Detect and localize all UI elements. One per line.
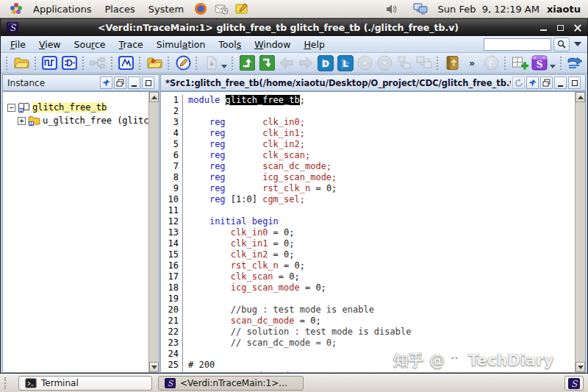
up-scope-button[interactable] bbox=[356, 54, 374, 72]
code-line[interactable]: 6 reg clk_scan; bbox=[161, 150, 575, 161]
bookmark-button[interactable] bbox=[443, 54, 462, 72]
scroll-up-icon[interactable] bbox=[149, 92, 159, 102]
volume-icon[interactable] bbox=[384, 1, 401, 17]
menu-help[interactable]: Help bbox=[297, 38, 331, 51]
minimize-panel-button[interactable] bbox=[128, 76, 140, 89]
float-panel-icon[interactable] bbox=[114, 76, 126, 89]
down-scope-button[interactable] bbox=[376, 54, 394, 72]
code-line[interactable]: 5 reg clk_in2; bbox=[161, 139, 575, 150]
import-design-button[interactable] bbox=[146, 54, 164, 72]
search-input[interactable] bbox=[484, 38, 551, 51]
tree-expander[interactable]: − bbox=[7, 104, 15, 112]
code-line[interactable]: 23 // scan_dc_mode = 0; bbox=[161, 338, 575, 349]
minimize-panel-button[interactable] bbox=[554, 76, 567, 89]
code-line[interactable]: 3 reg clk_in0; bbox=[161, 117, 575, 128]
code-lines[interactable]: 1module glitch_free_tb;23 reg clk_in0;4 … bbox=[161, 92, 575, 372]
distro-logo-icon[interactable] bbox=[7, 1, 25, 17]
taskbar-item[interactable]: Terminal bbox=[18, 376, 152, 391]
new-schematic-button[interactable] bbox=[60, 54, 79, 72]
verdi-apps-button[interactable]: S bbox=[531, 54, 549, 72]
code-line[interactable]: 20 //bug : test mode is enable bbox=[161, 304, 575, 316]
trace-load-button[interactable] bbox=[258, 54, 276, 72]
toolbar-overflow-button[interactable]: » bbox=[463, 54, 481, 72]
open-file-button[interactable] bbox=[12, 54, 31, 72]
pin-icon[interactable] bbox=[100, 76, 112, 89]
menu-tools[interactable]: Tools bbox=[212, 38, 248, 51]
tree-item-u_glitch_free[interactable]: +Mu_glitch_free (glitch bbox=[7, 114, 148, 127]
code-line[interactable]: 4 reg clk_in1; bbox=[161, 128, 575, 139]
taskbar-item[interactable]: S<Verdi:nTraceMain:1>... bbox=[158, 376, 304, 391]
code-line[interactable]: 25# 200 bbox=[161, 360, 575, 371]
menu-places[interactable]: Places bbox=[98, 2, 141, 16]
dropdown-caret-icon[interactable] bbox=[221, 65, 227, 68]
code-line[interactable]: 8 reg icg_scan_mode; bbox=[161, 172, 575, 183]
code-line[interactable]: 11 bbox=[161, 205, 575, 216]
code-line[interactable]: 22 // solution : test mode is disable bbox=[161, 327, 575, 338]
code-line[interactable]: 24 bbox=[161, 349, 575, 360]
maximize-button[interactable] bbox=[553, 21, 568, 34]
firefox-icon[interactable] bbox=[192, 1, 209, 17]
maximize-panel-button[interactable] bbox=[568, 76, 581, 89]
menu-system[interactable]: System bbox=[142, 2, 190, 16]
driver-button[interactable]: D bbox=[317, 54, 335, 72]
new-waveform-button[interactable] bbox=[41, 54, 60, 72]
code-line[interactable]: 17 clk_scan = 0; bbox=[161, 271, 575, 282]
emacs-button[interactable]: E bbox=[483, 54, 501, 72]
clock[interactable]: Sun Feb 9, 12:19 AM bbox=[438, 4, 539, 15]
reload-icon[interactable] bbox=[512, 76, 525, 89]
scroll-up-icon[interactable] bbox=[576, 92, 585, 102]
code-line[interactable]: 15 clk_in2 = 0; bbox=[161, 249, 575, 260]
back-button[interactable] bbox=[277, 54, 295, 72]
source-tab-title[interactable]: *Src1:glitch_free_tb(/home/xiaotu/Deskto… bbox=[165, 78, 511, 88]
tcl-tools-button[interactable] bbox=[567, 54, 585, 72]
maximize-panel-button[interactable] bbox=[142, 76, 154, 89]
trace-connectivity-button[interactable] bbox=[89, 54, 107, 72]
titlebar[interactable]: S <Verdi:nTraceMain:1> glitch_free_tb gl… bbox=[1, 19, 587, 36]
code-line[interactable]: 9 reg rst_clk_n = 0; bbox=[161, 183, 575, 194]
menu-source[interactable]: Source bbox=[68, 38, 112, 51]
tree-item-label[interactable]: glitch_free_tb bbox=[32, 102, 107, 113]
code-line[interactable]: 13 clk_in0 = 0; bbox=[161, 227, 575, 238]
scroll-down-icon[interactable] bbox=[576, 362, 585, 372]
dropdown-caret-icon[interactable] bbox=[550, 65, 556, 68]
search-button[interactable] bbox=[553, 38, 570, 51]
code-line[interactable]: 19 bbox=[161, 293, 575, 304]
tree-expander[interactable]: + bbox=[18, 117, 26, 125]
code-line[interactable]: 2 bbox=[161, 106, 575, 117]
code-line[interactable]: 7 reg scan_dc_mode; bbox=[161, 161, 575, 172]
tree-item-label[interactable]: u_glitch_free (glitch bbox=[43, 115, 148, 126]
compile-button[interactable] bbox=[202, 54, 220, 72]
add-grid-button[interactable] bbox=[511, 54, 529, 72]
mail-notifier-icon[interactable] bbox=[212, 1, 230, 17]
close-button[interactable] bbox=[570, 21, 585, 34]
ntrace-source-button[interactable] bbox=[118, 54, 136, 72]
code-line[interactable]: 1module glitch_free_tb; bbox=[161, 95, 575, 106]
code-line[interactable]: 16 rst_clk_n = 0; bbox=[161, 260, 575, 271]
tree-item-glitch_free_tb[interactable]: −Mglitch_free_tb bbox=[7, 101, 148, 114]
new-view-button[interactable] bbox=[415, 54, 433, 72]
pin-icon[interactable] bbox=[526, 76, 539, 89]
forward-button[interactable] bbox=[297, 54, 315, 72]
menu-file[interactable]: File bbox=[4, 38, 32, 51]
menu-view[interactable]: View bbox=[32, 38, 68, 51]
menu-simulation[interactable]: Simulation bbox=[150, 38, 212, 51]
code-line[interactable]: 21 scan_dc_mode = 0; bbox=[161, 316, 575, 327]
notes-icon[interactable] bbox=[233, 1, 251, 17]
instance-scrollbar[interactable] bbox=[148, 92, 159, 372]
menu-applications[interactable]: Applications bbox=[26, 2, 98, 16]
sync-window-button[interactable] bbox=[395, 54, 414, 72]
load-button[interactable]: L bbox=[337, 54, 355, 72]
verdi-tray-button[interactable]: S bbox=[564, 376, 584, 391]
source-scrollbar[interactable] bbox=[575, 92, 585, 372]
menu-window[interactable]: Window bbox=[248, 38, 297, 51]
float-panel-icon[interactable] bbox=[540, 76, 553, 89]
username[interactable]: xiaotu bbox=[547, 4, 582, 15]
menu-trace[interactable]: Trace bbox=[112, 38, 150, 51]
network-monitors-icon[interactable] bbox=[412, 1, 429, 17]
code-line[interactable]: 26 scan_dc_mode = 1; bbox=[161, 371, 575, 372]
edit-source-button[interactable] bbox=[174, 54, 193, 72]
code-line[interactable]: 18 icg_scan_mode = 0; bbox=[161, 282, 575, 293]
code-line[interactable]: 12 initial begin bbox=[161, 216, 575, 227]
minimize-button[interactable] bbox=[536, 21, 551, 34]
code-line[interactable]: 14 clk_in1 = 0; bbox=[161, 238, 575, 249]
